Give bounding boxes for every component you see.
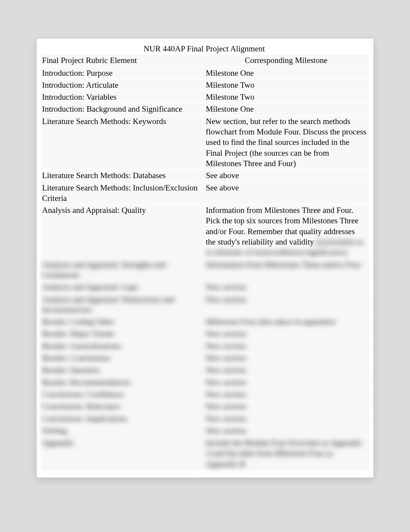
table-header-row: Final Project Rubric Element Correspondi… — [41, 55, 369, 67]
table-row: Results: Coding TableMilestone Four (als… — [41, 316, 369, 328]
table-row: Analysis and Appraisal: GapsNew section — [41, 281, 369, 293]
rubric-element-cell: Results: Conclusions — [41, 352, 205, 364]
table-row: Conclusions: RelevanceNew section — [41, 401, 369, 413]
rubric-element-cell: Introduction: Articulate — [41, 79, 205, 91]
table-row: Results: ConclusionsNew section — [41, 352, 369, 364]
milestone-cell: New section — [205, 413, 369, 425]
milestone-cell: New section — [205, 328, 369, 340]
header-right: Corresponding Milestone — [205, 55, 369, 67]
table-row: Introduction: PurposeMilestone One — [41, 67, 369, 79]
milestone-cell: Milestone Four (also place in appendix) — [205, 316, 369, 328]
document-page: NUR 440AP Final Project Alignment Final … — [37, 39, 373, 478]
table-title-row: NUR 440AP Final Project Alignment — [41, 43, 369, 55]
rubric-element-cell: Results: Coding Table — [41, 316, 205, 328]
rubric-element-cell: Literature Search Methods: Inclusion/Exc… — [41, 182, 205, 205]
milestone-cell: See above — [205, 170, 369, 182]
milestone-cell: Milestone One — [205, 67, 369, 79]
milestone-cell: Information from Milestones Three and Fo… — [205, 204, 369, 258]
milestone-cell: See above — [205, 182, 369, 205]
rubric-element-cell: Introduction: Background and Significanc… — [41, 103, 205, 115]
table-row: Results: GeneralizationsNew section — [41, 340, 369, 352]
table-row: Analysis and Appraisal: Strengths and Li… — [41, 259, 369, 282]
rubric-element-cell: Conclusions: Relevance — [41, 401, 205, 413]
rubric-element-cell: Literature Search Methods: Keywords — [41, 116, 205, 170]
milestone-cell: New section — [205, 340, 369, 352]
milestone-cell: New section — [205, 425, 369, 437]
rubric-element-cell: Introduction: Variables — [41, 91, 205, 103]
milestone-cell: Milestone Two — [205, 79, 369, 91]
table-row: AppendixInclude the Module Four flowchar… — [41, 437, 369, 470]
rubric-element-cell: Appendix — [41, 437, 205, 470]
rubric-element-cell: Analysis and Appraisal: Distinctions and… — [41, 294, 205, 316]
table-row: Literature Search Methods: Inclusion/Exc… — [41, 182, 369, 205]
milestone-cell: Milestone Two — [205, 91, 369, 103]
rubric-element-cell: Conclusions: Implications — [41, 413, 205, 425]
table-row: Introduction: ArticulateMilestone Two — [41, 79, 369, 91]
rubric-element-cell: Analysis and Appraisal: Gaps — [41, 281, 205, 293]
table-row: WritingNew section — [41, 425, 369, 437]
rubric-element-cell: Analysis and Appraisal: Quality — [41, 204, 205, 258]
table-row: Analysis and Appraisal: QualityInformati… — [41, 204, 369, 258]
milestone-cell: Information from Milestones Three and/or… — [205, 259, 369, 282]
table-row: Results: Major TrendsNew section — [41, 328, 369, 340]
rubric-element-cell: Literature Search Methods: Databases — [41, 170, 205, 182]
rubric-element-cell: Introduction: Purpose — [41, 67, 205, 79]
milestone-cell: New section — [205, 281, 369, 293]
milestone-cell: New section — [205, 377, 369, 389]
rubric-element-cell: Results: Question — [41, 364, 205, 376]
table-row: Conclusions: ConfidenceNew section — [41, 389, 369, 401]
milestone-cell: New section — [205, 352, 369, 364]
milestone-cell: Milestone One — [205, 103, 369, 115]
rubric-element-cell: Results: Generalizations — [41, 340, 205, 352]
milestone-cell: New section — [205, 364, 369, 376]
alignment-table: NUR 440AP Final Project Alignment Final … — [41, 43, 369, 471]
milestone-cell: Include the Module Four flowchart as App… — [205, 437, 369, 470]
rubric-element-cell: Analysis and Appraisal: Strengths and Li… — [41, 259, 205, 282]
milestone-cell: New section — [205, 294, 369, 316]
table-row: Literature Search Methods: KeywordsNew s… — [41, 116, 369, 170]
table-row: Introduction: VariablesMilestone Two — [41, 91, 369, 103]
table-row: Results: QuestionNew section — [41, 364, 369, 376]
table-row: Conclusions: ImplicationsNew section — [41, 413, 369, 425]
table-row: Results: RecommendationsNew section — [41, 377, 369, 389]
milestone-cell: New section — [205, 389, 369, 401]
milestone-cell: New section, but refer to the search met… — [205, 116, 369, 170]
header-left: Final Project Rubric Element — [41, 55, 205, 67]
table-row: Introduction: Background and Significanc… — [41, 103, 369, 115]
milestone-cell: New section — [205, 401, 369, 413]
rubric-element-cell: Writing — [41, 425, 205, 437]
table-title: NUR 440AP Final Project Alignment — [41, 43, 369, 55]
rubric-element-cell: Conclusions: Confidence — [41, 389, 205, 401]
rubric-element-cell: Results: Major Trends — [41, 328, 205, 340]
table-row: Analysis and Appraisal: Distinctions and… — [41, 294, 369, 316]
rubric-element-cell: Results: Recommendations — [41, 377, 205, 389]
table-row: Literature Search Methods: DatabasesSee … — [41, 170, 369, 182]
